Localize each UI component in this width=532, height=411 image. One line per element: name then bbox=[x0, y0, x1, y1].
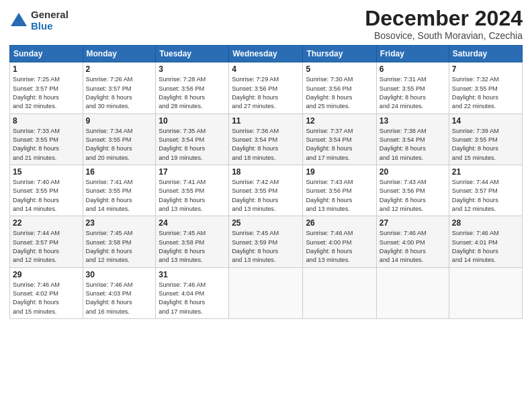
calendar-cell bbox=[376, 267, 449, 318]
day-info: Sunrise: 7:36 AM Sunset: 3:54 PM Dayligh… bbox=[232, 128, 279, 161]
day-number: 27 bbox=[380, 218, 446, 228]
calendar-cell: 29Sunrise: 7:46 AM Sunset: 4:02 PM Dayli… bbox=[10, 267, 83, 318]
title-block: December 2024 Bosovice, South Moravian, … bbox=[365, 7, 523, 41]
logo-general: General bbox=[31, 9, 69, 21]
day-info: Sunrise: 7:30 AM Sunset: 3:56 PM Dayligh… bbox=[306, 76, 353, 109]
calendar-cell: 16Sunrise: 7:41 AM Sunset: 3:55 PM Dayli… bbox=[83, 165, 156, 216]
day-info: Sunrise: 7:46 AM Sunset: 4:02 PM Dayligh… bbox=[13, 281, 60, 315]
logo-text: General Blue bbox=[31, 9, 69, 32]
logo-icon bbox=[9, 11, 28, 30]
calendar-cell bbox=[449, 267, 522, 318]
calendar-week-4: 22Sunrise: 7:44 AM Sunset: 3:57 PM Dayli… bbox=[10, 216, 523, 267]
day-info: Sunrise: 7:31 AM Sunset: 3:55 PM Dayligh… bbox=[380, 76, 427, 109]
day-number: 17 bbox=[159, 167, 226, 177]
calendar-cell: 8Sunrise: 7:33 AM Sunset: 3:55 PM Daylig… bbox=[10, 113, 83, 165]
day-info: Sunrise: 7:45 AM Sunset: 3:59 PM Dayligh… bbox=[232, 230, 279, 263]
day-number: 18 bbox=[232, 167, 300, 177]
day-info: Sunrise: 7:41 AM Sunset: 3:55 PM Dayligh… bbox=[86, 179, 133, 212]
col-monday: Monday bbox=[83, 46, 156, 62]
calendar-week-1: 1Sunrise: 7:25 AM Sunset: 3:57 PM Daylig… bbox=[10, 62, 523, 113]
day-number: 23 bbox=[86, 218, 153, 228]
main-title: December 2024 bbox=[365, 7, 523, 30]
day-info: Sunrise: 7:46 AM Sunset: 4:03 PM Dayligh… bbox=[86, 281, 133, 315]
day-number: 22 bbox=[13, 218, 80, 228]
day-number: 3 bbox=[159, 64, 226, 74]
day-info: Sunrise: 7:41 AM Sunset: 3:55 PM Dayligh… bbox=[159, 179, 206, 212]
day-number: 21 bbox=[452, 167, 519, 177]
day-info: Sunrise: 7:44 AM Sunset: 3:57 PM Dayligh… bbox=[13, 230, 60, 263]
calendar-week-5: 29Sunrise: 7:46 AM Sunset: 4:02 PM Dayli… bbox=[10, 267, 523, 318]
calendar-cell: 26Sunrise: 7:46 AM Sunset: 4:00 PM Dayli… bbox=[303, 216, 376, 267]
calendar-cell: 13Sunrise: 7:38 AM Sunset: 3:54 PM Dayli… bbox=[376, 113, 449, 165]
calendar-cell: 4Sunrise: 7:29 AM Sunset: 3:56 PM Daylig… bbox=[229, 62, 303, 113]
calendar-cell: 3Sunrise: 7:28 AM Sunset: 3:56 PM Daylig… bbox=[156, 62, 229, 113]
col-sunday: Sunday bbox=[10, 46, 83, 62]
calendar-cell: 17Sunrise: 7:41 AM Sunset: 3:55 PM Dayli… bbox=[156, 165, 229, 216]
calendar-cell: 18Sunrise: 7:42 AM Sunset: 3:55 PM Dayli… bbox=[229, 165, 303, 216]
subtitle: Bosovice, South Moravian, Czechia bbox=[365, 30, 523, 41]
day-number: 29 bbox=[13, 270, 80, 279]
header: General Blue December 2024 Bosovice, Sou… bbox=[9, 7, 523, 41]
day-info: Sunrise: 7:46 AM Sunset: 4:00 PM Dayligh… bbox=[380, 230, 427, 263]
calendar-cell bbox=[303, 267, 376, 318]
day-number: 6 bbox=[380, 64, 446, 74]
calendar-cell: 1Sunrise: 7:25 AM Sunset: 3:57 PM Daylig… bbox=[10, 62, 83, 113]
day-number: 25 bbox=[232, 218, 300, 228]
day-number: 12 bbox=[306, 116, 373, 126]
calendar-cell: 30Sunrise: 7:46 AM Sunset: 4:03 PM Dayli… bbox=[83, 267, 156, 318]
day-number: 16 bbox=[86, 167, 153, 177]
header-row: Sunday Monday Tuesday Wednesday Thursday… bbox=[10, 46, 523, 62]
day-info: Sunrise: 7:29 AM Sunset: 3:56 PM Dayligh… bbox=[232, 76, 279, 109]
calendar-cell: 12Sunrise: 7:37 AM Sunset: 3:54 PM Dayli… bbox=[303, 113, 376, 165]
calendar-cell: 24Sunrise: 7:45 AM Sunset: 3:58 PM Dayli… bbox=[156, 216, 229, 267]
day-info: Sunrise: 7:43 AM Sunset: 3:56 PM Dayligh… bbox=[306, 179, 353, 212]
calendar-cell: 10Sunrise: 7:35 AM Sunset: 3:54 PM Dayli… bbox=[156, 113, 229, 165]
day-info: Sunrise: 7:32 AM Sunset: 3:55 PM Dayligh… bbox=[452, 76, 499, 109]
calendar-cell: 28Sunrise: 7:46 AM Sunset: 4:01 PM Dayli… bbox=[449, 216, 522, 267]
day-number: 11 bbox=[232, 116, 300, 126]
calendar-week-2: 8Sunrise: 7:33 AM Sunset: 3:55 PM Daylig… bbox=[10, 113, 523, 165]
logo-blue: Blue bbox=[31, 21, 69, 32]
day-info: Sunrise: 7:40 AM Sunset: 3:55 PM Dayligh… bbox=[13, 179, 60, 212]
day-info: Sunrise: 7:43 AM Sunset: 3:56 PM Dayligh… bbox=[380, 179, 427, 212]
day-number: 2 bbox=[86, 64, 153, 74]
calendar-cell: 20Sunrise: 7:43 AM Sunset: 3:56 PM Dayli… bbox=[376, 165, 449, 216]
day-number: 8 bbox=[13, 116, 80, 126]
day-number: 9 bbox=[86, 116, 153, 126]
day-number: 4 bbox=[232, 64, 300, 74]
day-number: 24 bbox=[159, 218, 226, 228]
svg-rect-2 bbox=[15, 21, 23, 26]
calendar-cell: 25Sunrise: 7:45 AM Sunset: 3:59 PM Dayli… bbox=[229, 216, 303, 267]
day-info: Sunrise: 7:35 AM Sunset: 3:54 PM Dayligh… bbox=[159, 128, 206, 161]
day-number: 7 bbox=[452, 64, 519, 74]
page: General Blue December 2024 Bosovice, Sou… bbox=[0, 0, 532, 411]
calendar-cell: 19Sunrise: 7:43 AM Sunset: 3:56 PM Dayli… bbox=[303, 165, 376, 216]
calendar-cell: 11Sunrise: 7:36 AM Sunset: 3:54 PM Dayli… bbox=[229, 113, 303, 165]
day-number: 28 bbox=[452, 218, 519, 228]
calendar-week-3: 15Sunrise: 7:40 AM Sunset: 3:55 PM Dayli… bbox=[10, 165, 523, 216]
day-number: 19 bbox=[306, 167, 373, 177]
col-thursday: Thursday bbox=[303, 46, 376, 62]
calendar-cell: 27Sunrise: 7:46 AM Sunset: 4:00 PM Dayli… bbox=[376, 216, 449, 267]
calendar-cell: 23Sunrise: 7:45 AM Sunset: 3:58 PM Dayli… bbox=[83, 216, 156, 267]
day-number: 31 bbox=[159, 270, 226, 279]
day-info: Sunrise: 7:37 AM Sunset: 3:54 PM Dayligh… bbox=[306, 128, 353, 161]
calendar-header: Sunday Monday Tuesday Wednesday Thursday… bbox=[10, 46, 523, 62]
day-number: 15 bbox=[13, 167, 80, 177]
day-info: Sunrise: 7:45 AM Sunset: 3:58 PM Dayligh… bbox=[159, 230, 206, 263]
day-info: Sunrise: 7:38 AM Sunset: 3:54 PM Dayligh… bbox=[380, 128, 427, 161]
day-info: Sunrise: 7:28 AM Sunset: 3:56 PM Dayligh… bbox=[159, 76, 206, 109]
day-info: Sunrise: 7:34 AM Sunset: 3:55 PM Dayligh… bbox=[86, 128, 133, 161]
day-info: Sunrise: 7:46 AM Sunset: 4:01 PM Dayligh… bbox=[452, 230, 499, 263]
day-number: 20 bbox=[380, 167, 446, 177]
day-number: 14 bbox=[452, 116, 519, 126]
day-info: Sunrise: 7:26 AM Sunset: 3:57 PM Dayligh… bbox=[86, 76, 133, 109]
calendar-cell: 15Sunrise: 7:40 AM Sunset: 3:55 PM Dayli… bbox=[10, 165, 83, 216]
col-saturday: Saturday bbox=[449, 46, 522, 62]
calendar-cell: 7Sunrise: 7:32 AM Sunset: 3:55 PM Daylig… bbox=[449, 62, 522, 113]
day-info: Sunrise: 7:46 AM Sunset: 4:04 PM Dayligh… bbox=[159, 281, 206, 315]
day-info: Sunrise: 7:44 AM Sunset: 3:57 PM Dayligh… bbox=[452, 179, 499, 212]
day-number: 26 bbox=[306, 218, 373, 228]
day-info: Sunrise: 7:42 AM Sunset: 3:55 PM Dayligh… bbox=[232, 179, 279, 212]
calendar-table: Sunday Monday Tuesday Wednesday Thursday… bbox=[9, 45, 523, 319]
